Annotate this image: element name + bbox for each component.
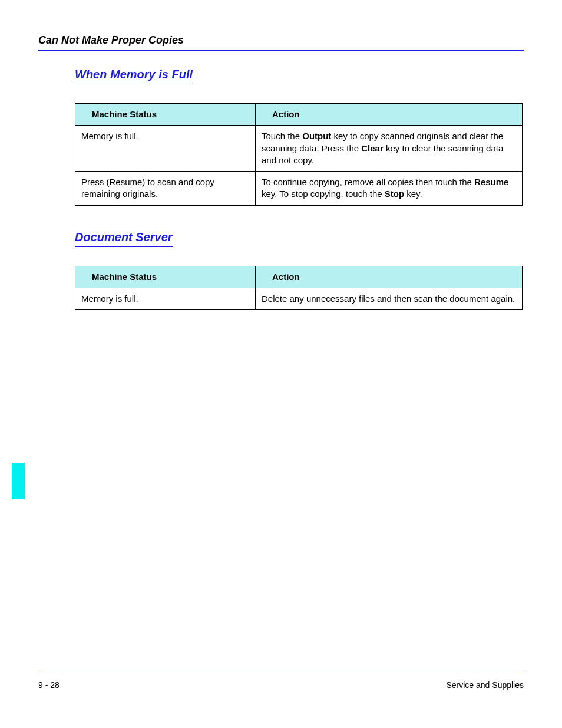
table-header-action: Action [256, 104, 523, 126]
table-header-status: Machine Status [75, 266, 256, 288]
section-memory-heading-wrap: When Memory is Full [75, 68, 524, 101]
table-header-row: Machine Status Action [75, 266, 523, 288]
section-docserver-heading: Document Server [75, 230, 173, 247]
footer-section-name: Service and Supplies [446, 680, 524, 690]
table-header-action: Action [256, 266, 523, 288]
cell-status: Memory is full. [75, 126, 256, 172]
footer-page-number: 9 - 28 [38, 680, 59, 690]
header-divider [38, 50, 524, 51]
footer-divider [38, 670, 524, 670]
table-row: Memory is full. Touch the Output key to … [75, 126, 523, 172]
cell-action: Touch the Output key to copy scanned ori… [256, 126, 523, 172]
side-tab-marker [12, 463, 25, 499]
page-header-title: Can Not Make Proper Copies [38, 34, 524, 50]
section-docserver-heading-wrap: Document Server [75, 230, 524, 263]
action-bold: Resume [474, 177, 508, 187]
table-header-row: Machine Status Action [75, 104, 523, 126]
cell-status: Press (Resume) to scan and copy remainin… [75, 172, 256, 206]
cell-action: To continue copying, remove all copies t… [256, 172, 523, 206]
cell-action: Delete any unnecessary files and then sc… [256, 288, 523, 309]
action-bold: Stop [385, 189, 404, 199]
table-row: Memory is full. Delete any unnecessary f… [75, 288, 523, 309]
section-memory-heading: When Memory is Full [75, 68, 193, 84]
document-page: Can Not Make Proper Copies When Memory i… [0, 0, 562, 728]
page-content: When Memory is Full Machine Status Actio… [38, 68, 524, 310]
table-row: Press (Resume) to scan and copy remainin… [75, 172, 523, 206]
action-bold: Clear [361, 143, 384, 153]
action-bold: Output [302, 131, 331, 141]
action-text: Touch the [262, 131, 302, 141]
page-footer: 9 - 28 Service and Supplies [38, 680, 524, 690]
table-memory: Machine Status Action Memory is full. To… [75, 103, 523, 206]
cell-status: Memory is full. [75, 288, 256, 309]
table-docserver: Machine Status Action Memory is full. De… [75, 266, 523, 311]
page-header: Can Not Make Proper Copies [38, 34, 524, 51]
action-text: key. [404, 189, 422, 199]
action-text: To continue copying, remove all copies t… [262, 177, 474, 187]
table-header-status: Machine Status [75, 104, 256, 126]
action-text: key. To stop copying, touch the [262, 189, 385, 199]
